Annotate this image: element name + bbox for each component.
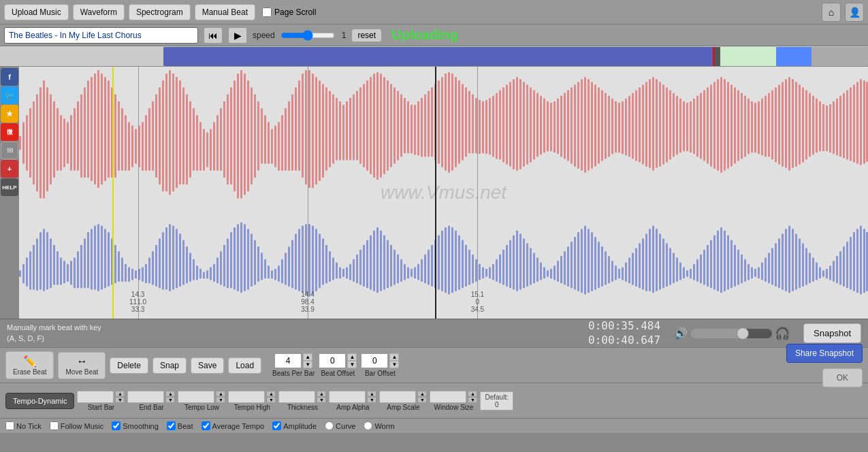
tempo-low-up[interactable]: ▲ (216, 391, 225, 397)
amp-scale-down[interactable]: ▼ (417, 397, 427, 403)
svg-rect-414 (577, 232, 579, 291)
spectrogram-button[interactable]: Spectrogram (129, 4, 191, 20)
svg-rect-30 (121, 108, 123, 171)
move-beat-button[interactable]: ↔️ Move Beat (58, 352, 106, 379)
tempo-high-up[interactable]: ▲ (266, 391, 276, 397)
reset-button[interactable]: reset (351, 29, 382, 42)
share-ok-button[interactable]: OK (822, 368, 863, 387)
tempo-high-input[interactable] (228, 391, 265, 403)
manual-beat-button[interactable]: Manual Beat (195, 4, 255, 20)
svg-rect-412 (570, 242, 573, 289)
svg-rect-420 (598, 242, 600, 289)
erase-beat-button[interactable]: ✏️ Erase Beat (5, 351, 54, 379)
delete-button[interactable]: Delete (110, 357, 148, 374)
svg-rect-129 (458, 80, 460, 163)
curve-radio-item[interactable]: Curve (325, 421, 355, 430)
bar-offset-down[interactable]: ▼ (389, 361, 399, 368)
start-bar-up[interactable]: ▲ (115, 391, 125, 397)
no-tick-checkbox-item[interactable]: No Tick (5, 421, 42, 430)
follow-music-checkbox[interactable] (50, 421, 59, 430)
svg-rect-119 (424, 95, 426, 157)
amp-alpha-down[interactable]: ▼ (367, 397, 376, 403)
weibo-icon[interactable]: 微 (1, 123, 18, 141)
beat-checkbox-item[interactable]: Beat (167, 421, 193, 430)
beats-per-bar-up[interactable]: ▲ (303, 353, 312, 361)
svg-rect-24 (101, 74, 103, 184)
beat-checkbox[interactable] (167, 421, 176, 430)
svg-rect-172 (605, 93, 607, 159)
start-bar-input[interactable] (77, 391, 114, 403)
tempo-dynamic-button[interactable]: Tempo-Dynamic (5, 393, 74, 409)
beat-offset-input[interactable]: 0 (319, 353, 346, 368)
user-icon-button[interactable]: 👤 (845, 3, 864, 22)
save-button[interactable]: Save (191, 357, 224, 374)
tempo-high-down[interactable]: ▼ (266, 397, 276, 403)
help-icon[interactable]: HELP (1, 178, 18, 196)
svg-rect-477 (792, 229, 794, 291)
amp-scale-up[interactable]: ▲ (417, 391, 427, 397)
tempo-low-down[interactable]: ▼ (216, 397, 225, 403)
tempo-low-input[interactable] (178, 391, 214, 403)
svg-rect-318 (251, 234, 253, 287)
twitter-icon[interactable]: 🐦 (1, 86, 18, 104)
bar-offset-input[interactable]: 0 (361, 353, 388, 368)
snap-button[interactable]: Snap (152, 357, 187, 374)
favorite-icon[interactable]: ★ (1, 105, 18, 123)
add-icon[interactable]: + (1, 160, 18, 178)
waveform-area[interactable]: www.Vmus.net 14.3111.033.3 14.498.433.9 … (19, 67, 868, 319)
bar-offset-up[interactable]: ▲ (389, 353, 399, 361)
follow-music-checkbox-item[interactable]: Follow Music (50, 421, 104, 430)
snapshot-button[interactable]: Snapshot (803, 323, 861, 343)
speed-slider[interactable] (280, 30, 335, 41)
end-bar-label: End Bar (139, 404, 163, 411)
end-bar-up[interactable]: ▲ (165, 391, 175, 397)
no-tick-checkbox[interactable] (5, 421, 14, 430)
smoothing-checkbox[interactable] (112, 421, 120, 430)
overview-waveform[interactable] (163, 47, 868, 66)
svg-rect-335 (308, 225, 310, 296)
home-icon-button[interactable]: ⌂ (822, 3, 841, 22)
worm-radio-item[interactable]: Worm (364, 421, 394, 430)
amp-scale-input[interactable] (379, 391, 416, 403)
amp-alpha-row: ▲ ▼ (329, 391, 376, 403)
thickness-down[interactable]: ▼ (317, 397, 326, 403)
amp-alpha-input[interactable] (329, 391, 366, 403)
amplitude-checkbox[interactable] (272, 421, 281, 430)
beat-offset-down[interactable]: ▼ (347, 361, 357, 368)
smoothing-checkbox-item[interactable]: Smoothing (112, 421, 159, 430)
load-button[interactable]: Load (228, 357, 261, 374)
play-button[interactable]: ▶ (228, 27, 247, 44)
waveform-button[interactable]: Waveform (73, 4, 125, 20)
mail-icon[interactable]: ✉ (1, 142, 18, 159)
upload-music-button[interactable]: Upload Music (4, 4, 69, 20)
svg-rect-314 (237, 225, 239, 291)
average-tempo-checkbox-item[interactable]: Average Tempo (202, 421, 265, 430)
svg-rect-155 (547, 101, 549, 151)
window-size-input[interactable] (430, 391, 466, 403)
page-scroll-checkbox[interactable] (262, 7, 272, 17)
svg-rect-4 (33, 101, 35, 184)
average-tempo-checkbox[interactable] (202, 421, 210, 430)
rewind-button[interactable]: ⏮ (204, 27, 223, 44)
worm-radio[interactable] (364, 421, 372, 430)
thickness-input[interactable] (278, 391, 315, 403)
curve-radio[interactable] (325, 421, 334, 430)
window-size-up[interactable]: ▲ (468, 391, 477, 397)
thickness-up[interactable]: ▲ (317, 391, 326, 397)
track-name-input[interactable] (4, 27, 198, 44)
beats-per-bar-input[interactable]: 4 (274, 353, 302, 368)
volume-slider[interactable] (690, 329, 772, 338)
facebook-icon[interactable]: f (1, 68, 18, 86)
amp-alpha-up[interactable]: ▲ (367, 391, 376, 397)
start-bar-down[interactable]: ▼ (115, 397, 125, 403)
svg-rect-482 (809, 253, 811, 284)
amplitude-checkbox-item[interactable]: Amplitude (272, 421, 317, 430)
svg-rect-315 (240, 223, 242, 293)
window-size-down[interactable]: ▼ (468, 397, 477, 403)
beat-offset-up[interactable]: ▲ (347, 353, 357, 361)
beats-per-bar-down[interactable]: ▼ (303, 361, 312, 368)
end-bar-down[interactable]: ▼ (165, 397, 175, 403)
end-bar-input[interactable] (127, 391, 164, 403)
svg-rect-22 (94, 74, 96, 184)
share-snapshot-button[interactable]: Share Snapshot (786, 344, 863, 363)
